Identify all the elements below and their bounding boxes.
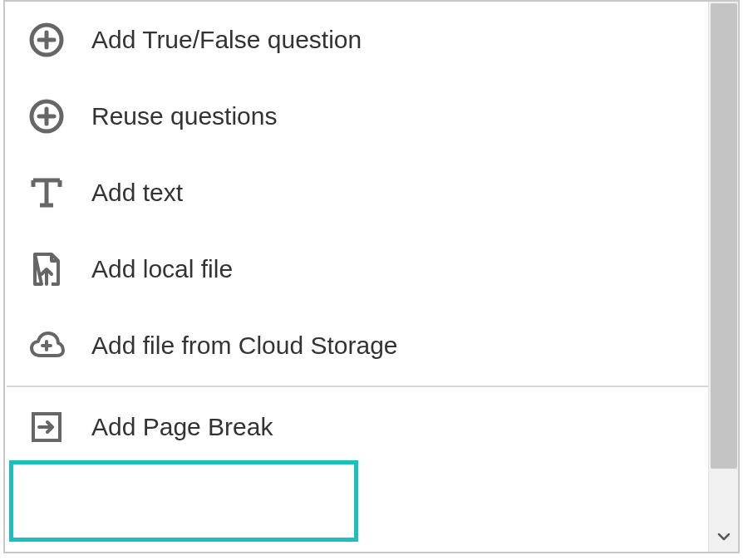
menu-item-add-page-break[interactable]: Add Page Break <box>5 389 710 465</box>
menu-panel: Add True/False question Reuse questions … <box>3 0 740 553</box>
menu-item-add-local-file[interactable]: Add local file <box>5 231 710 307</box>
cloud-plus-icon <box>28 327 65 364</box>
scrollbar-down-arrow[interactable] <box>709 522 739 552</box>
menu-divider <box>7 386 708 387</box>
menu-list: Add True/False question Reuse questions … <box>5 2 710 552</box>
menu-item-label: Add True/False question <box>91 26 362 54</box>
plus-circle-icon <box>28 98 65 135</box>
menu-item-label: Add text <box>91 179 183 207</box>
plus-circle-icon <box>28 22 65 58</box>
menu-item-label: Add local file <box>91 255 233 283</box>
file-upload-icon <box>28 251 65 287</box>
menu-item-add-true-false[interactable]: Add True/False question <box>5 2 710 78</box>
menu-item-label: Add file from Cloud Storage <box>91 332 398 360</box>
scrollbar-thumb[interactable] <box>711 3 737 469</box>
menu-item-label: Reuse questions <box>91 102 277 130</box>
menu-item-label: Add Page Break <box>91 413 273 441</box>
menu-item-reuse-questions[interactable]: Reuse questions <box>5 78 710 155</box>
text-icon <box>28 174 65 211</box>
menu-item-add-text[interactable]: Add text <box>5 155 710 231</box>
menu-item-add-cloud-file[interactable]: Add file from Cloud Storage <box>5 307 710 384</box>
page-break-icon <box>28 409 65 445</box>
vertical-scrollbar[interactable] <box>708 2 738 552</box>
